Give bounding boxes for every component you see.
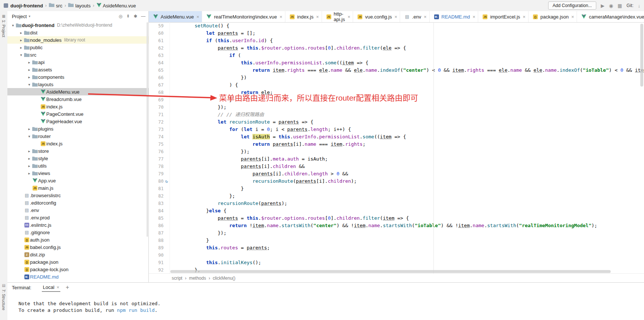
close-tab-icon[interactable]: × bbox=[395, 14, 398, 20]
chevron-right-icon[interactable]: ▸ bbox=[19, 31, 24, 35]
close-tab-icon[interactable]: × bbox=[197, 14, 199, 20]
editor-breadcrumb-clickMenu()[interactable]: clickMenu() bbox=[213, 276, 235, 281]
tab-importExcel.js[interactable]: JSimportExcel.js× bbox=[478, 11, 529, 22]
chevron-down-icon[interactable]: ▾ bbox=[28, 14, 30, 18]
chevron-right-icon[interactable]: ▸ bbox=[27, 75, 32, 79]
code-area[interactable]: 59 setRoute() {60 let parents = [];61 if… bbox=[149, 22, 644, 274]
tree-item-.env[interactable]: ▤.env bbox=[7, 206, 148, 214]
tree-item-src[interactable]: ▾src bbox=[7, 51, 148, 58]
vertical-scrollbar[interactable] bbox=[640, 24, 643, 87]
add-configuration-button[interactable]: Add Configuration... bbox=[548, 1, 596, 10]
chevron-right-icon[interactable]: ▸ bbox=[27, 127, 32, 131]
new-terminal-session-icon[interactable]: + bbox=[66, 284, 69, 291]
editor-breadcrumb-script[interactable]: script bbox=[172, 276, 182, 281]
chevron-right-icon[interactable]: ▸ bbox=[19, 38, 24, 42]
chevron-right-icon[interactable]: ▸ bbox=[27, 164, 32, 168]
tree-item-layouts[interactable]: ▾layouts bbox=[7, 81, 148, 88]
project-panel-title[interactable]: Project bbox=[12, 14, 27, 19]
tab-http-api.js[interactable]: JShttp-api.js× bbox=[322, 11, 353, 22]
chevron-right-icon[interactable]: ▸ bbox=[19, 46, 24, 50]
tree-item-babel.config.js[interactable]: JSbabel.config.js bbox=[7, 243, 148, 251]
titlebar-breadcrumb-duoji-frontend[interactable]: duoji-frontend bbox=[4, 3, 43, 9]
tree-item-.browserslistrc[interactable]: ▤.browserslistrc bbox=[7, 192, 148, 199]
tree-item-index.js[interactable]: JSindex.js bbox=[7, 103, 148, 110]
tab-realTimeMonitoring\index.vue[interactable]: realTimeMonitoring\index.vue× bbox=[202, 11, 285, 22]
tree-item-.eslintrc.js[interactable]: ES.eslintrc.js bbox=[7, 221, 148, 229]
tree-item-assets[interactable]: ▸assets bbox=[7, 66, 148, 73]
tab-AsideMenu.vue[interactable]: AsideMenu.vue× bbox=[149, 11, 202, 22]
close-tab-icon[interactable]: × bbox=[571, 14, 574, 20]
terminal-line: Note that the development build is not o… bbox=[19, 300, 644, 307]
json-icon: {} bbox=[24, 267, 30, 272]
git-update-icon[interactable]: ↓ bbox=[638, 3, 641, 8]
tab-.env[interactable]: ▤.env× bbox=[400, 11, 429, 22]
tree-item-style[interactable]: ▸style bbox=[7, 155, 148, 162]
tree-item-index.js[interactable]: JSindex.js bbox=[7, 140, 148, 147]
close-tab-icon[interactable]: × bbox=[348, 14, 350, 20]
chevron-down-icon[interactable]: ▾ bbox=[27, 82, 32, 87]
close-tab-icon[interactable]: × bbox=[279, 14, 282, 20]
tree-item-api[interactable]: ▸api bbox=[7, 58, 148, 66]
chevron-down-icon[interactable]: ▾ bbox=[19, 53, 24, 57]
terminal-tab-local[interactable]: Local × bbox=[42, 283, 61, 292]
tab-cameraManage\index.vue[interactable]: cameraManage\index.vue× bbox=[577, 11, 644, 22]
hide-panel-icon[interactable]: — bbox=[141, 14, 145, 19]
gear-icon[interactable]: ✱ bbox=[134, 14, 137, 19]
terminal-output[interactable]: Note that the development build is not o… bbox=[7, 292, 644, 314]
recursive-call-icon[interactable]: ↻ bbox=[164, 178, 170, 185]
tree-item-store[interactable]: ▸store bbox=[7, 147, 148, 155]
tree-item-dist[interactable]: ▸dist bbox=[7, 29, 148, 36]
tab-index.js[interactable]: JSindex.js× bbox=[285, 11, 322, 22]
toolwindow-project-button[interactable]: ▦ 1: Project bbox=[0, 11, 7, 37]
close-tab-icon[interactable]: × bbox=[316, 14, 319, 20]
tree-item-PageContent.vue[interactable]: PageContent.vue bbox=[7, 110, 148, 118]
tree-item-Breadcrumb.vue[interactable]: Breadcrumb.vue bbox=[7, 95, 148, 103]
chevron-right-icon[interactable]: ▸ bbox=[27, 68, 32, 72]
chevron-down-icon[interactable]: ▾ bbox=[27, 134, 32, 138]
titlebar-breadcrumb-src[interactable]: src bbox=[49, 3, 62, 9]
tree-item-.env.prod[interactable]: ▤.env.prod bbox=[7, 214, 148, 221]
tree-item-package-lock.json[interactable]: {}package-lock.json bbox=[7, 266, 148, 273]
tree-item-App.vue[interactable]: App.vue bbox=[7, 177, 148, 184]
tree-item-components[interactable]: ▸components bbox=[7, 73, 148, 81]
close-icon[interactable]: × bbox=[57, 284, 60, 290]
tree-item-router[interactable]: ▾router bbox=[7, 132, 148, 140]
tree-item-duoji-frontend[interactable]: ▾duoji-frontendD:\zheheWeb\duoji-fronten… bbox=[7, 21, 148, 29]
locate-file-icon[interactable]: ◎ bbox=[118, 14, 122, 19]
tab-vue.config.js[interactable]: JSvue.config.js× bbox=[353, 11, 400, 22]
tree-item-views[interactable]: ▸views bbox=[7, 169, 148, 177]
chevron-down-icon[interactable]: ▾ bbox=[10, 23, 16, 27]
run-icon[interactable]: ▶ bbox=[601, 3, 604, 8]
project-tree-scrollbar[interactable] bbox=[147, 22, 148, 237]
tree-item-main.js[interactable]: JSmain.js bbox=[7, 184, 148, 192]
tree-item-.gitignore[interactable]: ▤.gitignore bbox=[7, 229, 148, 236]
tree-item-auth.json[interactable]: {}auth.json bbox=[7, 236, 148, 243]
close-tab-icon[interactable]: × bbox=[473, 14, 476, 20]
chevron-right-icon[interactable]: ▸ bbox=[27, 60, 32, 64]
tree-item-AsideMenu.vue[interactable]: AsideMenu.vue bbox=[7, 88, 148, 95]
titlebar-breadcrumb-layouts[interactable]: layouts bbox=[68, 3, 90, 9]
tree-item-package.json[interactable]: {}package.json bbox=[7, 258, 148, 266]
collapse-all-icon[interactable]: ⇞ bbox=[126, 14, 130, 19]
chevron-right-icon[interactable]: ▸ bbox=[27, 171, 32, 175]
titlebar-breadcrumb-AsideMenu.vue[interactable]: AsideMenu.vue bbox=[97, 3, 136, 9]
toolwindow-structure-button[interactable]: ▤ 7: Structure bbox=[0, 283, 7, 310]
tree-item-node_modules[interactable]: ▸node_moduleslibrary root bbox=[7, 36, 148, 44]
horizontal-scrollbar[interactable] bbox=[170, 270, 611, 273]
tab-package.json[interactable]: {}package.json× bbox=[529, 11, 577, 22]
tree-item-PageHeader.vue[interactable]: PageHeader.vue bbox=[7, 118, 148, 125]
tree-item-plugins[interactable]: ▸plugins bbox=[7, 125, 148, 132]
close-tab-icon[interactable]: × bbox=[424, 14, 427, 20]
tree-item-dist.zip[interactable]: Zdist.zip bbox=[7, 251, 148, 258]
tree-item-README.md[interactable]: M↓README.md bbox=[7, 273, 148, 280]
tool-grid-icon[interactable]: ▦ bbox=[618, 3, 622, 8]
debug-icon[interactable]: ◉ bbox=[609, 3, 613, 8]
tab-README.md[interactable]: M↓README.md× bbox=[430, 11, 479, 22]
tree-item-public[interactable]: ▸public bbox=[7, 44, 148, 51]
editor-breadcrumb-methods[interactable]: methods bbox=[189, 276, 206, 281]
tree-item-.editorconfig[interactable]: ▤.editorconfig bbox=[7, 199, 148, 206]
chevron-right-icon[interactable]: ▸ bbox=[27, 156, 32, 161]
close-tab-icon[interactable]: × bbox=[523, 14, 526, 20]
chevron-right-icon[interactable]: ▸ bbox=[27, 149, 32, 153]
tree-item-utils[interactable]: ▸utils bbox=[7, 162, 148, 169]
